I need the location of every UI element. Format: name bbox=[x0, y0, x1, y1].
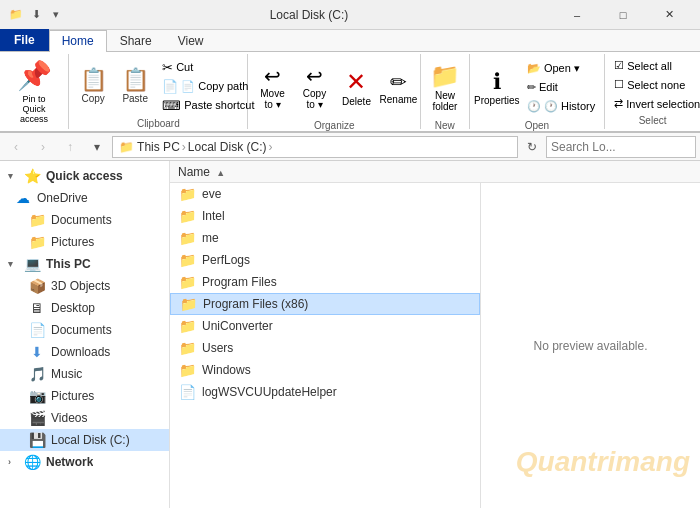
maximize-button[interactable]: □ bbox=[600, 0, 646, 30]
path-separator-1: › bbox=[182, 140, 186, 154]
delete-button[interactable]: ✕ Delete bbox=[336, 56, 376, 118]
refresh-button[interactable]: ↻ bbox=[521, 136, 543, 158]
file-item[interactable]: 📄logWSVCUUpdateHelper bbox=[170, 381, 480, 403]
recent-locations-button[interactable]: ▾ bbox=[85, 136, 109, 158]
path-separator-2: › bbox=[268, 140, 272, 154]
file-item[interactable]: 📁eve bbox=[170, 183, 480, 205]
window-title: Local Disk (C:) bbox=[64, 8, 554, 22]
open-group-content: ℹ Properties 📂 Open ▾ ✏ Edit 🕐 🕐 bbox=[474, 56, 600, 118]
file-item[interactable]: 📁UniConverter bbox=[170, 315, 480, 337]
3d-objects-label: 3D Objects bbox=[51, 279, 110, 293]
music-icon: 🎵 bbox=[28, 366, 46, 382]
pin-group-content: 📌 Pin to Quickaccess bbox=[4, 56, 64, 127]
forward-button[interactable]: › bbox=[31, 136, 55, 158]
no-preview-text: No preview available. bbox=[533, 339, 647, 353]
properties-button[interactable]: ℹ Properties bbox=[474, 56, 520, 118]
sidebar-item-3d-objects[interactable]: 📦 3D Objects bbox=[0, 275, 169, 297]
3d-objects-icon: 📦 bbox=[28, 278, 46, 294]
sidebar-item-onedrive[interactable]: ☁ OneDrive bbox=[0, 187, 169, 209]
sidebar-item-pictures-quick[interactable]: 📁 Pictures bbox=[0, 231, 169, 253]
rename-button[interactable]: ✏ Rename bbox=[378, 56, 418, 118]
cut-icon: ✂ bbox=[162, 60, 173, 75]
file-name: eve bbox=[202, 187, 221, 201]
search-input[interactable] bbox=[547, 140, 700, 154]
file-icon: 📁 bbox=[178, 362, 196, 378]
desktop-label: Desktop bbox=[51, 301, 95, 315]
select-none-button[interactable]: ☐ Select none bbox=[609, 76, 700, 94]
invert-selection-button[interactable]: ⇄ Invert selection bbox=[609, 95, 700, 113]
select-all-icon: ☑ bbox=[614, 59, 624, 72]
sidebar-item-quick-access[interactable]: ▾ ⭐ Quick access bbox=[0, 165, 169, 187]
pictures-quick-label: Pictures bbox=[51, 235, 94, 249]
copy-path-label: 📄 Copy path bbox=[181, 80, 248, 93]
file-icon: 📁 bbox=[178, 186, 196, 202]
sidebar-item-downloads[interactable]: ⬇ Downloads bbox=[0, 341, 169, 363]
documents-folder-icon: 📄 bbox=[28, 322, 46, 338]
sidebar-item-videos[interactable]: 🎬 Videos bbox=[0, 407, 169, 429]
desktop-icon: 🖥 bbox=[28, 300, 46, 316]
sidebar-item-pictures[interactable]: 📷 Pictures bbox=[0, 385, 169, 407]
file-item[interactable]: 📁Users bbox=[170, 337, 480, 359]
name-column-label[interactable]: Name bbox=[178, 165, 210, 179]
copy-to-label: Copyto ▾ bbox=[303, 88, 326, 110]
close-button[interactable]: ✕ bbox=[646, 0, 692, 30]
new-folder-icon: 📁 bbox=[430, 62, 460, 90]
tab-share[interactable]: Share bbox=[107, 30, 165, 51]
ribbon-group-pin: 📌 Pin to Quickaccess bbox=[0, 54, 69, 129]
tab-file[interactable]: File bbox=[0, 29, 49, 51]
sidebar-item-documents[interactable]: 📄 Documents bbox=[0, 319, 169, 341]
file-item[interactable]: 📁PerfLogs bbox=[170, 249, 480, 271]
file-name: me bbox=[202, 231, 219, 245]
tab-view[interactable]: View bbox=[165, 30, 217, 51]
sidebar-item-network[interactable]: › 🌐 Network bbox=[0, 451, 169, 473]
onedrive-icon: ☁ bbox=[14, 190, 32, 206]
move-to-button[interactable]: ↩ Moveto ▾ bbox=[252, 56, 292, 118]
organize-group-content: ↩ Moveto ▾ ↩ Copyto ▾ ✕ Delete ✏ Rename bbox=[252, 56, 415, 118]
back-button[interactable]: ‹ bbox=[4, 136, 28, 158]
this-pc-arrow: ▾ bbox=[8, 259, 18, 269]
history-button[interactable]: 🕐 🕐 History bbox=[522, 97, 600, 115]
copy-button[interactable]: 📋 Copy bbox=[73, 56, 113, 116]
file-name: Users bbox=[202, 341, 233, 355]
clipboard-group-label: Clipboard bbox=[73, 116, 243, 130]
file-icon: 📁 bbox=[178, 252, 196, 268]
select-all-button[interactable]: ☑ Select all bbox=[609, 57, 700, 75]
pictures-label: Pictures bbox=[51, 389, 94, 403]
open-button[interactable]: 📂 Open ▾ bbox=[522, 59, 600, 77]
path-disk[interactable]: Local Disk (C:) bbox=[188, 140, 267, 154]
network-icon: 🌐 bbox=[23, 454, 41, 470]
videos-label: Videos bbox=[51, 411, 87, 425]
file-item[interactable]: 📁me bbox=[170, 227, 480, 249]
copy-path-icon: 📄 bbox=[162, 79, 178, 94]
minimize-button[interactable]: – bbox=[554, 0, 600, 30]
file-item[interactable]: 📁Intel bbox=[170, 205, 480, 227]
sidebar-item-local-disk[interactable]: 💾 Local Disk (C:) bbox=[0, 429, 169, 451]
new-group-content: 📁 Newfolder bbox=[425, 56, 465, 118]
new-folder-button[interactable]: 📁 Newfolder bbox=[425, 56, 465, 118]
sidebar-item-this-pc[interactable]: ▾ 💻 This PC bbox=[0, 253, 169, 275]
sidebar-item-desktop[interactable]: 🖥 Desktop bbox=[0, 297, 169, 319]
tab-home[interactable]: Home bbox=[49, 30, 107, 52]
rename-label: Rename bbox=[380, 94, 418, 105]
file-item[interactable]: 📁Windows bbox=[170, 359, 480, 381]
cut-button[interactable]: ✂ Cut bbox=[157, 58, 259, 76]
preview-pane: No preview available. bbox=[480, 183, 700, 508]
file-name: logWSVCUUpdateHelper bbox=[202, 385, 337, 399]
ribbon-group-clipboard: 📋 Copy 📋 Paste ✂ Cut 📄 📄 Copy p bbox=[69, 54, 248, 129]
copy-path-button[interactable]: 📄 📄 Copy path bbox=[157, 77, 259, 95]
address-path[interactable]: 📁 This PC › Local Disk (C:) › bbox=[112, 136, 518, 158]
paste-button[interactable]: 📋 Paste bbox=[115, 56, 155, 116]
sidebar-item-music[interactable]: 🎵 Music bbox=[0, 363, 169, 385]
pin-to-quick-access-button[interactable]: 📌 Pin to Quickaccess bbox=[4, 61, 64, 123]
edit-button[interactable]: ✏ Edit bbox=[522, 78, 600, 96]
up-button[interactable]: ↑ bbox=[58, 136, 82, 158]
sidebar-item-documents-quick[interactable]: 📁 Documents bbox=[0, 209, 169, 231]
quick-access-icon: ⬇ bbox=[28, 7, 44, 23]
path-pc[interactable]: 📁 This PC bbox=[119, 140, 180, 154]
paste-shortcut-button[interactable]: ⌨ Paste shortcut bbox=[157, 96, 259, 114]
music-label: Music bbox=[51, 367, 82, 381]
copy-to-button[interactable]: ↩ Copyto ▾ bbox=[294, 56, 334, 118]
onedrive-label: OneDrive bbox=[37, 191, 88, 205]
file-item[interactable]: 📁Program Files (x86) bbox=[170, 293, 480, 315]
file-item[interactable]: 📁Program Files bbox=[170, 271, 480, 293]
